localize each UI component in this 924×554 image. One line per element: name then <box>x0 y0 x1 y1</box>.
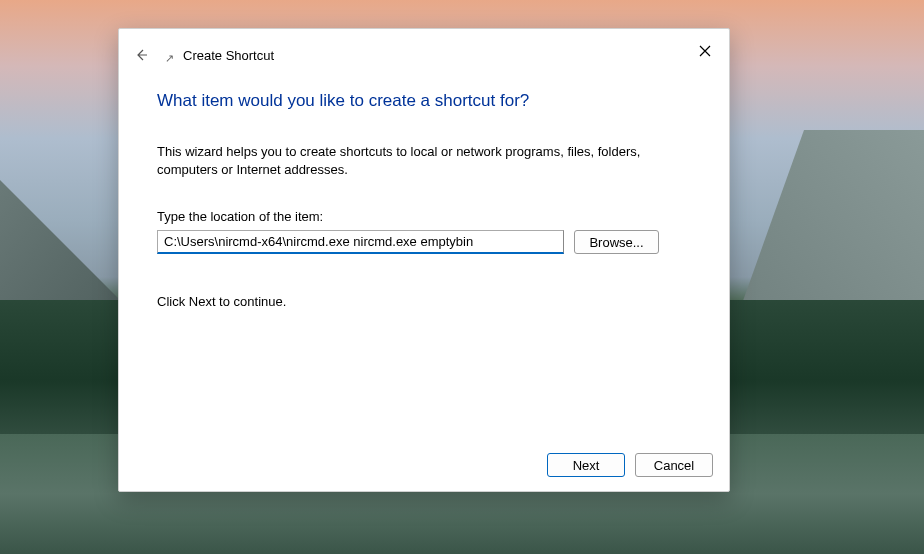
wizard-description: This wizard helps you to create shortcut… <box>157 143 687 179</box>
cancel-button[interactable]: Cancel <box>635 453 713 477</box>
create-shortcut-dialog: ↗ Create Shortcut What item would you li… <box>118 28 730 492</box>
dialog-footer: Next Cancel <box>119 441 729 491</box>
dialog-header: ↗ Create Shortcut <box>119 29 729 63</box>
close-button[interactable] <box>695 41 715 61</box>
dialog-body: What item would you like to create a sho… <box>119 63 729 441</box>
dialog-title: Create Shortcut <box>183 48 274 63</box>
close-icon <box>699 45 711 57</box>
shortcut-icon: ↗ <box>165 52 171 58</box>
back-button[interactable] <box>133 47 149 63</box>
back-arrow-icon <box>134 48 148 62</box>
input-row: Browse... <box>157 230 691 254</box>
browse-button[interactable]: Browse... <box>574 230 659 254</box>
continue-instruction: Click Next to continue. <box>157 294 691 309</box>
location-label: Type the location of the item: <box>157 209 691 224</box>
next-button[interactable]: Next <box>547 453 625 477</box>
main-heading: What item would you like to create a sho… <box>157 91 691 111</box>
location-input[interactable] <box>157 230 564 254</box>
